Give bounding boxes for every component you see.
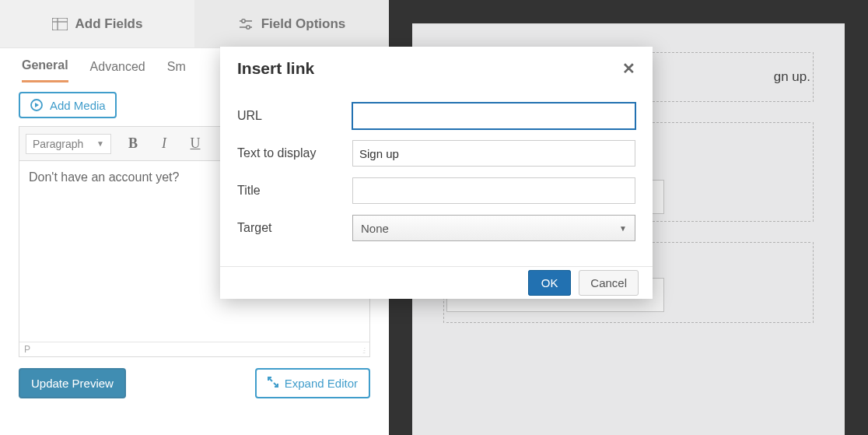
modal-body: URL Text to display Title Target None ▼ xyxy=(220,86,653,266)
subtab-smart[interactable]: Sm xyxy=(167,52,186,82)
subtab-general[interactable]: General xyxy=(22,51,68,82)
cancel-button[interactable]: Cancel xyxy=(579,270,639,296)
title-label: Title xyxy=(237,184,352,198)
close-icon[interactable]: ✕ xyxy=(622,59,635,78)
add-media-label: Add Media xyxy=(50,99,106,112)
editor-status-bar: P .. ... .... xyxy=(19,342,369,356)
svg-point-6 xyxy=(246,25,249,28)
chevron-down-icon: ▼ xyxy=(619,224,627,233)
target-label: Target xyxy=(237,221,352,235)
bold-button[interactable]: B xyxy=(124,135,142,152)
chevron-down-icon: ▼ xyxy=(96,139,104,148)
tab-add-fields[interactable]: Add Fields xyxy=(0,0,194,47)
add-media-button[interactable]: Add Media xyxy=(19,92,117,118)
modal-footer: OK Cancel xyxy=(220,266,653,299)
insert-link-modal: Insert link ✕ URL Text to display Title … xyxy=(220,47,653,299)
add-fields-icon xyxy=(52,18,68,30)
expand-icon xyxy=(268,377,278,390)
modal-header: Insert link ✕ xyxy=(220,47,653,86)
sliders-icon xyxy=(238,18,254,30)
tab-field-options-label: Field Options xyxy=(261,16,346,32)
target-select-value: None xyxy=(361,222,389,235)
target-select[interactable]: None ▼ xyxy=(352,215,635,241)
text-to-display-label: Text to display xyxy=(237,146,352,160)
main-tabs: Add Fields Field Options xyxy=(0,0,389,48)
modal-title: Insert link xyxy=(237,59,314,78)
update-preview-button[interactable]: Update Preview xyxy=(19,368,126,398)
tab-add-fields-label: Add Fields xyxy=(75,16,143,32)
ok-button[interactable]: OK xyxy=(528,270,572,296)
svg-rect-0 xyxy=(52,18,68,30)
url-input[interactable] xyxy=(352,103,635,129)
subtab-advanced[interactable]: Advanced xyxy=(90,52,145,82)
media-icon xyxy=(30,98,44,112)
format-select-value: Paragraph xyxy=(33,138,83,150)
format-select[interactable]: Paragraph ▼ xyxy=(26,134,111,154)
underline-button[interactable]: U xyxy=(186,135,205,152)
url-label: URL xyxy=(237,109,352,123)
expand-editor-label: Expand Editor xyxy=(285,377,358,390)
title-input[interactable] xyxy=(352,177,635,204)
expand-editor-button[interactable]: Expand Editor xyxy=(255,368,370,398)
svg-point-4 xyxy=(241,19,244,22)
text-to-display-input[interactable] xyxy=(352,140,635,167)
preview-text-fragment: gn up. xyxy=(774,69,810,84)
bottom-buttons: Update Preview Expand Editor xyxy=(19,368,370,398)
italic-button[interactable]: I xyxy=(155,135,173,152)
resize-handle-icon[interactable]: .. ... .... xyxy=(362,346,365,353)
editor-path: P xyxy=(24,344,30,355)
tab-field-options[interactable]: Field Options xyxy=(194,0,389,47)
